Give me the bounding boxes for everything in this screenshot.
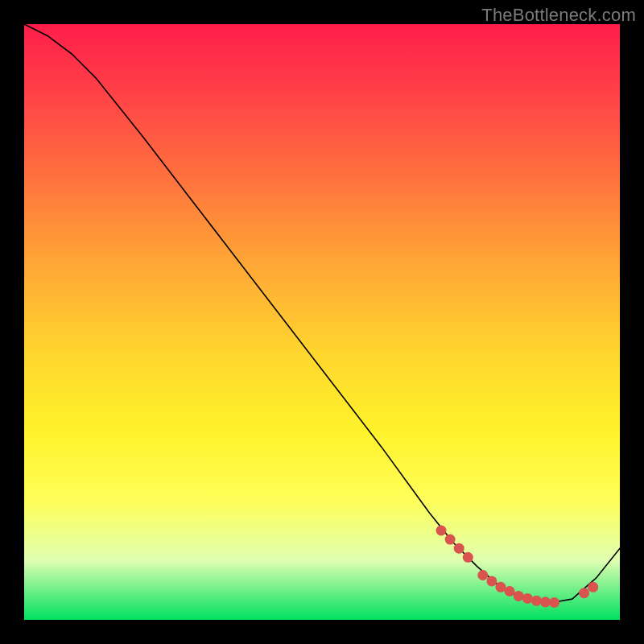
highlight-dot [522,593,533,604]
highlight-dot [531,596,542,606]
chart-overlay [24,24,620,620]
plot-area [24,24,620,620]
highlight-dot [540,597,551,607]
highlight-dot [486,576,497,586]
highlight-dot [477,570,488,580]
highlight-dot [514,591,524,601]
chart-frame: TheBottleneck.com [0,0,644,644]
curve-line [24,24,620,603]
highlight-dot [436,526,447,536]
highlight-markers [436,526,599,609]
highlight-dot [549,597,559,608]
highlight-dot [588,582,598,592]
highlight-dot [579,588,589,598]
watermark-text: TheBottleneck.com [481,5,636,26]
highlight-dot [445,535,456,545]
highlight-dot [463,552,473,563]
highlight-dot [505,586,515,597]
highlight-dot [454,543,464,554]
highlight-dot [496,582,506,592]
